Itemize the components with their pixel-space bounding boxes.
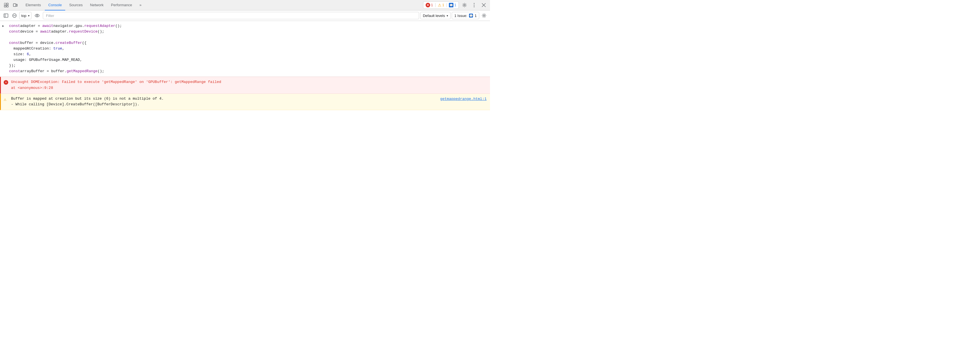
svg-point-14 xyxy=(484,15,485,16)
warning-icon: ⚠ xyxy=(438,3,442,7)
device-toggle-button[interactable] xyxy=(11,1,19,9)
error-icon: ✕ xyxy=(426,3,430,7)
svg-rect-1 xyxy=(6,3,8,5)
inspect-element-button[interactable] xyxy=(2,1,10,9)
console-settings-button[interactable] xyxy=(480,12,488,19)
expand-arrow-icon[interactable]: ▶ xyxy=(2,24,4,28)
chevron-down-icon: ▾ xyxy=(28,14,30,17)
warning-triangle-icon: ⚠ xyxy=(4,96,6,103)
tab-elements[interactable]: Elements xyxy=(22,0,44,11)
code-line-6: usage : GPUBufferUsage . MAP_READ , xyxy=(9,57,490,63)
tab-more[interactable]: » xyxy=(136,0,145,11)
close-devtools-button[interactable] xyxy=(480,1,488,9)
code-line-8: const arrayBuffer = buffer . getMappedRa… xyxy=(9,68,490,74)
error-circle-icon: ✕ xyxy=(4,79,8,85)
code-line-3: const buffer = device . createBuffer ({ xyxy=(9,40,490,46)
tab-sources[interactable]: Sources xyxy=(66,0,86,11)
svg-point-13 xyxy=(37,15,38,16)
warning-message: ⚠ Buffer is mapped at creation but its s… xyxy=(0,94,490,111)
more-options-button[interactable] xyxy=(470,1,478,9)
svg-rect-2 xyxy=(4,5,6,7)
code-block: ▶ const adapter = await navigator . gpu … xyxy=(0,21,490,77)
svg-point-7 xyxy=(474,3,475,4)
svg-point-9 xyxy=(474,6,475,7)
devtools-icons xyxy=(2,1,19,9)
filter-input[interactable] xyxy=(43,12,419,19)
code-line-blank-1 xyxy=(9,35,490,40)
code-line-5: size : 6 , xyxy=(9,52,490,57)
warning-badge: ⚠ 1 xyxy=(438,3,444,7)
console-toolbar: top ▾ Default levels ▾ 1 Issue: 💬 1 xyxy=(0,11,490,21)
info-icon: 💬 xyxy=(449,3,453,7)
error-location-text: at <anonymous>:9:28 xyxy=(11,85,487,91)
svg-rect-4 xyxy=(13,4,16,6)
tab-bar: Elements Console Sources Network Perform… xyxy=(0,0,490,11)
sidebar-toggle-button[interactable] xyxy=(2,12,10,19)
svg-point-6 xyxy=(464,5,465,6)
default-levels-dropdown[interactable]: Default levels ▾ xyxy=(420,12,450,19)
tab-performance[interactable]: Performance xyxy=(107,0,135,11)
settings-button[interactable] xyxy=(460,1,468,9)
warning-main-text: Buffer is mapped at creation but its siz… xyxy=(11,96,164,102)
error-text-block: Uncaught DOMException: Failed to execute… xyxy=(11,79,487,91)
svg-point-8 xyxy=(474,5,475,6)
code-line-1: const adapter = await navigator . gpu . … xyxy=(9,23,490,29)
warning-sub-text: - While calling [Device].CreateBuffer([B… xyxy=(11,101,164,108)
issues-info-icon: 💬 xyxy=(469,14,473,17)
code-line-4: mappedAtCreation : true , xyxy=(9,46,490,52)
warning-text-block: Buffer is mapped at creation but its siz… xyxy=(11,96,164,108)
tab-network[interactable]: Network xyxy=(87,0,107,11)
tab-console[interactable]: Console xyxy=(45,0,65,11)
svg-rect-5 xyxy=(16,4,17,6)
context-selector[interactable]: top ▾ xyxy=(19,12,32,19)
svg-rect-10 xyxy=(4,14,8,17)
issues-button[interactable]: 1 Issue: 💬 1 xyxy=(452,12,479,19)
code-line-2: const device = await adapter . requestDe… xyxy=(9,29,490,35)
error-main-text: Uncaught DOMException: Failed to execute… xyxy=(11,79,487,85)
eye-icon-button[interactable] xyxy=(33,12,42,19)
console-output: ▶ const adapter = await navigator . gpu … xyxy=(0,21,490,110)
clear-console-button[interactable] xyxy=(11,12,18,19)
tab-bar-right: ✕ 1 ⚠ 1 💬 1 xyxy=(423,1,488,9)
svg-rect-0 xyxy=(4,3,6,5)
error-badge: ✕ 1 xyxy=(426,3,433,7)
levels-chevron-icon: ▾ xyxy=(447,14,448,17)
badge-group[interactable]: ✕ 1 ⚠ 1 💬 1 xyxy=(423,2,459,9)
badge-divider-1 xyxy=(435,3,436,7)
error-message: ✕ Uncaught DOMException: Failed to execu… xyxy=(0,77,490,94)
info-badge: 💬 1 xyxy=(449,3,456,7)
warning-link[interactable]: getmappedrange.html:1 xyxy=(440,96,487,102)
code-line-7: }); xyxy=(9,63,490,68)
svg-rect-3 xyxy=(6,5,8,7)
badge-divider-2 xyxy=(446,3,447,7)
